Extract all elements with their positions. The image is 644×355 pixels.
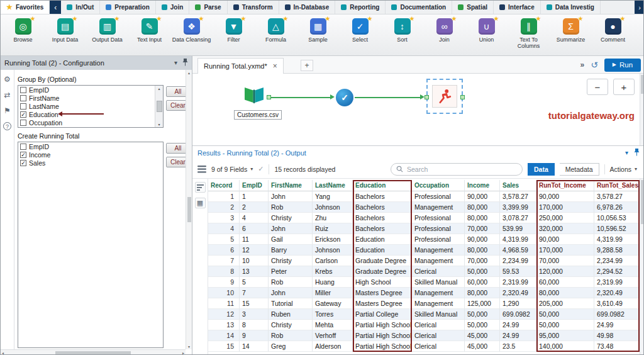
tool-union[interactable]: ∪★Union [465,17,508,55]
cell-viewer-icon[interactable]: ▦ [195,198,206,208]
apply-check-icon[interactable]: ✓ [258,165,264,173]
tab-overflow-chevrons-icon[interactable]: » [580,60,585,69]
checkbox-checked[interactable]: ✓ [20,152,26,158]
results-vertical-scrollbar[interactable] [640,179,644,355]
scroll-down-icon[interactable]: ▾ [158,122,160,127]
table-row[interactable]: 813PeterKrebsGraduate DegreeClerical50,0… [208,266,640,277]
column-header-education[interactable]: Education [353,180,412,191]
ribbon-tab-documentation[interactable]: Documentation [386,1,452,14]
table-row[interactable]: 1514GregAldersonPartial High SchoolCleri… [208,341,640,352]
workflow-arrows-icon[interactable]: ⇄ [4,91,10,99]
ribbon-tab-parse[interactable]: Parse [189,1,227,14]
layout-options-icon[interactable] [197,166,206,173]
close-tab-icon[interactable]: × [273,62,277,70]
ribbon-tab-spatial[interactable]: Spatial [452,1,494,14]
collapse-chevron-icon[interactable]: ▾ [625,150,628,156]
tool-select[interactable]: ✓★Select [339,17,381,55]
ribbon-tab-reporting[interactable]: Reporting [335,1,386,14]
zoom-in-button[interactable]: + [613,79,635,95]
config-vertical-scrollbar[interactable]: ▴ ▾ [186,70,192,349]
table-row[interactable]: 22RobJohnsonBachelorsManagement80,0003,3… [208,202,640,213]
tool-join[interactable]: ∞★Join [423,17,465,55]
search-box[interactable] [391,163,523,176]
tool-filter[interactable]: ▼★Filter [213,17,255,55]
scroll-thumb[interactable] [187,197,191,222]
group-by-item-empid[interactable]: EmpID [18,86,163,94]
column-header-runtot-income[interactable]: RunTot_Income [536,180,594,191]
table-row[interactable]: 11JohnYangBachelorsProfessional90,0003,5… [208,191,640,202]
scroll-up-icon[interactable]: ▴ [158,86,160,91]
tool-input-data[interactable]: ▤★Input Data [44,17,86,55]
running-total-item-income[interactable]: ✓Income [18,150,163,159]
checkbox-unchecked[interactable] [20,95,26,101]
new-tab-button[interactable]: + [301,60,313,71]
run-button[interactable]: ▶ Run [604,59,641,72]
scroll-up-icon[interactable]: ▴ [188,70,190,75]
checkbox-unchecked[interactable] [20,87,26,93]
tool-sample[interactable]: ▦★Sample [297,17,339,55]
column-header-sales[interactable]: Sales [500,180,536,191]
table-row[interactable]: 123RubenTorresPartial CollegeSkilled Man… [208,309,640,320]
ribbon-tab-data-investig[interactable]: Data Investig [541,1,601,14]
workflow-tab[interactable]: Running Total.yxmd* × [197,58,284,74]
column-header-firstname[interactable]: FirstName [269,180,313,191]
version-history-icon[interactable]: ↺ [591,60,598,69]
ribbon-tab-in-database[interactable]: In-Database [279,1,336,14]
scroll-left-icon[interactable]: ◂ [2,351,4,355]
config-horizontal-scrollbar[interactable]: ◂ ▸ [1,349,186,355]
ribbon-forward-chevron-icon[interactable]: › [635,1,644,14]
tool-text-input[interactable]: ✎★Text Input [128,17,170,55]
running-total-tool-node[interactable]: ✓ [336,89,353,106]
ribbon-tab-favorites[interactable]: ★Favorites [1,1,50,14]
table-row[interactable]: 138ChristyMehtaPartial High SchoolCleric… [208,320,640,330]
tool-text-to-columns[interactable]: ∥★Text To Columns [508,17,550,55]
checkbox-unchecked[interactable] [20,120,26,126]
tool-formula[interactable]: △★Formula [255,17,297,55]
scroll-right-icon[interactable]: ▸ [182,351,184,355]
column-header-lastname[interactable]: LastName [313,180,353,191]
tool-comment[interactable]: ●★Comment [592,17,634,55]
tool-summarize[interactable]: Σ★Summarize [550,17,592,55]
tool-data-cleansing[interactable]: ❖★Data Cleansing [170,17,213,55]
tool-sort[interactable]: ↕★Sort [381,17,423,55]
tool-output-data[interactable]: ▥★Output Data [86,17,128,55]
tool-browse[interactable]: ◎★Browse [2,17,44,55]
column-header-record[interactable]: Record [208,180,240,191]
scroll-thumb[interactable] [157,101,162,112]
data-view-button[interactable]: Data [528,163,555,176]
settings-gear-icon[interactable]: ⚙ [4,75,11,84]
input-data-tool-node[interactable] [243,85,265,105]
checkbox-unchecked[interactable] [20,144,26,150]
canvas-vertical-scrollbar[interactable] [640,74,644,145]
running-total-item-empid[interactable]: EmpID [18,142,163,150]
scroll-thumb[interactable] [641,75,644,94]
checkbox-checked[interactable]: ✓ [20,160,26,166]
scroll-down-icon[interactable]: ▾ [188,344,190,349]
help-icon[interactable]: ? [3,122,11,130]
column-header-runtot-sales[interactable]: RunTot_Sales [594,180,640,191]
ribbon-tab-transform[interactable]: Transform [228,1,279,14]
table-row[interactable]: 710ChristyCarlsonGraduate DegreeManageme… [208,256,640,266]
workflow-canvas[interactable]: − + Customers.csv ✓ tutorialgateway.org [192,74,644,145]
table-row[interactable]: 1115TutorialGatewayMasters DegreeManagem… [208,298,640,309]
running-total-output-tool-node[interactable] [432,85,457,108]
metadata-view-button[interactable]: Metadata [560,163,599,176]
scroll-thumb[interactable] [55,351,131,355]
table-row[interactable]: 107JohnMillerMasters DegreeManagement80,… [208,288,640,298]
table-row[interactable]: 46JohnRuizBachelorsProfessional70,000539… [208,223,640,234]
group-by-scrollbar[interactable]: ▴ ▾ [155,86,163,127]
running-total-item-sales[interactable]: ✓Sales [18,159,163,167]
table-row[interactable]: 95RobHuangHigh SchoolSkilled Manual60,00… [208,277,640,288]
column-header-empid[interactable]: EmpID [240,180,269,191]
ribbon-tab-interface[interactable]: Interface [494,1,541,14]
actions-dropdown[interactable]: Actions ▾ [610,166,640,173]
table-row[interactable]: 149RobVerhoffPartial High SchoolClerical… [208,330,640,341]
collapse-chevron-icon[interactable]: ▾ [174,60,177,66]
ribbon-tab-preparation[interactable]: Preparation [100,1,156,14]
group-by-item-lastname[interactable]: LastName [18,102,163,110]
column-header-occupation[interactable]: Occupation [412,180,465,191]
pin-icon[interactable] [634,149,640,157]
table-row[interactable]: 612BarryJohnsonEducationManagement80,000… [208,245,640,256]
group-by-item-firstname[interactable]: FirstName [18,94,163,102]
scroll-thumb[interactable] [641,180,644,224]
